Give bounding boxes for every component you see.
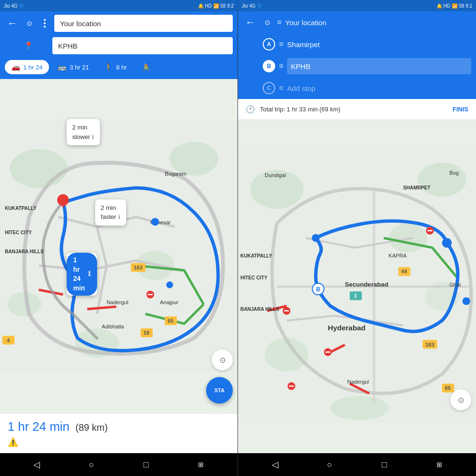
menu-nav-left[interactable]: ⊞	[192, 456, 209, 473]
transit-icon: 🚌	[58, 63, 67, 71]
svg-text:Adibhatla: Adibhatla	[102, 324, 124, 329]
clock-icon: 🕐	[246, 105, 255, 114]
nav-bottom-left: ◁ ○ □ ⊞	[0, 453, 238, 476]
back-button-right[interactable]: ←	[243, 14, 258, 30]
finish-button[interactable]: FINIS	[453, 106, 468, 113]
screens-container: ← ⊙ Your location 📍 KPHB �	[0, 11, 476, 453]
svg-text:BANJARA HILLS: BANJARA HILLS	[5, 249, 44, 254]
location-button-right[interactable]: ⊙	[450, 389, 471, 410]
total-trip-bar: 🕐 Total trip: 1 hr 33 min (69 km) FINIS	[238, 99, 476, 120]
status-bar-left: Jio 4G 🔵 🔔HD📶589:2	[0, 0, 238, 11]
svg-text:Secunderabad: Secunderabad	[345, 281, 388, 288]
transport-walk[interactable]: 🚶 8 hr	[98, 60, 133, 74]
svg-point-31	[418, 163, 466, 197]
destination-row: 📍 KPHB	[0, 35, 238, 56]
transport-bar: 🚗 1 hr 24 🚌 3 hr 21 🚶 8 hr 🚴	[0, 56, 238, 79]
svg-text:Nadergul: Nadergul	[107, 299, 128, 305]
transport-car[interactable]: 🚗 1 hr 24	[5, 60, 49, 74]
origin-icon: ⊙	[24, 20, 35, 27]
svg-text:65: 65	[445, 385, 451, 391]
svg-text:Anajpur: Anajpur	[160, 299, 178, 305]
stop-a-label: A	[263, 38, 275, 50]
transport-transit[interactable]: 🚌 3 hr 21	[51, 60, 95, 74]
origin-stop-row: ← ⊙ ≡ Your location	[238, 11, 476, 33]
stop-b-row: B ≡ KPHB	[238, 55, 476, 77]
svg-point-40	[442, 238, 452, 248]
svg-text:Bogaram: Bogaram	[165, 171, 186, 177]
svg-text:Nadergul: Nadergul	[347, 379, 369, 385]
svg-text:19: 19	[143, 330, 149, 336]
status-icons-left: 🔔HD📶589:2	[198, 3, 234, 9]
svg-point-42	[462, 297, 470, 305]
trip-summary: 1 hr 24 min (89 km)	[8, 419, 230, 434]
map-area-right: B 44 1 163 65 Dundigal SHAM	[238, 120, 476, 453]
stop-a-input[interactable]: Shamirpet	[287, 40, 471, 49]
svg-point-34	[330, 396, 388, 420]
svg-text:163: 163	[426, 342, 435, 347]
warning-icon: ⚠️	[8, 437, 230, 447]
menu-nav-right[interactable]: ⊞	[431, 456, 448, 473]
stop-b-input[interactable]: KPHB	[287, 58, 471, 74]
svg-text:Dundigal: Dundigal	[265, 172, 286, 178]
stop-b-label: B	[263, 60, 275, 72]
svg-text:KUKATPALLY: KUKATPALLY	[240, 253, 272, 258]
home-nav-right[interactable]: ○	[321, 456, 338, 473]
screen-right: ← ⊙ ≡ Your location A ≡ Shamirpet B ≡	[238, 11, 476, 453]
svg-text:SHAMRPET: SHAMRPET	[403, 185, 431, 190]
carrier-right: Jio 4G 🔵	[242, 3, 263, 9]
start-button[interactable]: STA	[206, 377, 233, 404]
transport-bike[interactable]: 🚴	[135, 60, 158, 74]
svg-point-28	[151, 218, 159, 226]
svg-text:KAPRA: KAPRA	[388, 253, 407, 258]
home-nav-left[interactable]: ○	[83, 456, 100, 473]
stop-a-row: A ≡ Shamirpet	[238, 33, 476, 55]
svg-text:Ghat: Ghat	[449, 282, 461, 288]
svg-text:44: 44	[401, 268, 407, 274]
bottom-panel-left: 1 hr 24 min (89 km) ⚠️	[0, 413, 238, 453]
carrier-left: Jio 4G 🔵	[4, 3, 25, 9]
map-area-left: 163 65 19 4 KUKATPALLY HITEC CITY BANJAR…	[0, 79, 238, 413]
screen-left: ← ⊙ Your location 📍 KPHB �	[0, 11, 238, 453]
origin-input-right[interactable]: Your location	[285, 19, 471, 27]
status-bar-right: Jio 4G 🔵 🔔HD📶589:1	[238, 0, 476, 11]
walk-icon: 🚶	[104, 63, 113, 71]
hamburger-b[interactable]: ≡	[279, 62, 283, 70]
back-button-left[interactable]: ←	[5, 15, 20, 31]
svg-text:HITEC CITY: HITEC CITY	[5, 230, 32, 235]
add-stop-row: C ≡ Add stop	[238, 77, 476, 99]
svg-text:BANJARA HILLS: BANJARA HILLS	[240, 307, 279, 312]
svg-text:Hyderabad: Hyderabad	[328, 324, 366, 332]
origin-input-left[interactable]: Your location	[54, 15, 233, 32]
dots-menu-left	[39, 19, 50, 28]
origin-row: ← ⊙ Your location	[0, 11, 238, 35]
svg-point-1	[10, 149, 68, 188]
svg-point-39	[312, 234, 319, 242]
stop-c-label: C	[263, 82, 275, 94]
nav-bottom-right: ◁ ○ □ ⊞	[238, 453, 476, 476]
nav-header-right: ← ⊙ ≡ Your location A ≡ Shamirpet B ≡	[238, 11, 476, 99]
svg-text:HITEC CITY: HITEC CITY	[240, 275, 268, 280]
hamburger-origin[interactable]: ≡	[277, 18, 281, 27]
destination-input-left[interactable]: KPHB	[52, 37, 233, 54]
svg-text:B: B	[316, 286, 320, 293]
back-nav-left[interactable]: ◁	[28, 456, 45, 473]
svg-text:KUKATPALLY: KUKATPALLY	[5, 206, 37, 211]
status-bar: Jio 4G 🔵 🔔HD📶589:2 Jio 4G 🔵 🔔HD📶589:1	[0, 0, 476, 11]
origin-icon-right: ⊙	[262, 19, 273, 26]
location-button-left[interactable]: ⊙	[212, 349, 233, 370]
back-nav-right[interactable]: ◁	[267, 456, 284, 473]
car-icon: 🚗	[11, 63, 20, 71]
recent-nav-left[interactable]: □	[138, 456, 155, 473]
svg-point-7	[166, 281, 173, 288]
hamburger-c[interactable]: ≡	[279, 84, 283, 92]
status-icons-right: 🔔HD📶589:1	[436, 3, 472, 9]
add-stop-input[interactable]: Add stop	[287, 84, 471, 92]
svg-text:4: 4	[7, 337, 10, 343]
bike-icon: 🚴	[142, 63, 151, 71]
svg-text:Bog: Bog	[449, 170, 459, 176]
hamburger-a[interactable]: ≡	[279, 40, 283, 49]
destination-icon: 📍	[24, 41, 33, 50]
nav-bottom-bar: ◁ ○ □ ⊞ ◁ ○ □ ⊞	[0, 453, 476, 476]
recent-nav-right[interactable]: □	[376, 456, 393, 473]
svg-text:163: 163	[134, 265, 143, 270]
